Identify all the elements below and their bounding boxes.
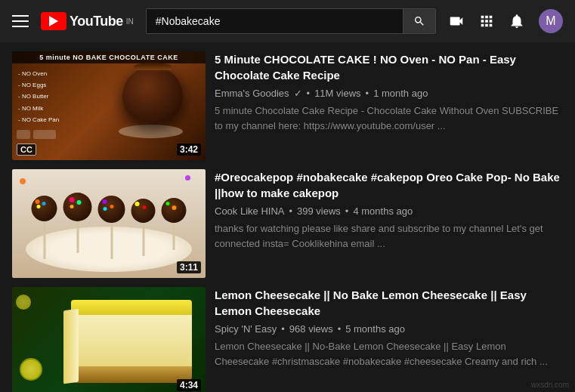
watermark: wxsdn.com <box>531 381 569 389</box>
thumb-list: - NO Oven - NO Eggs - NO Butter - NO Mil… <box>18 68 59 125</box>
upload-time: 4 months ago <box>353 205 413 217</box>
video-thumbnail: 4:34 <box>12 287 206 392</box>
header-right: M <box>448 9 563 33</box>
view-count: 399 views <box>297 205 341 217</box>
video-card[interactable]: 5 minute NO BAKE CHOCOLATE CAKE - NO Ove… <box>12 51 563 160</box>
video-card[interactable]: 3:11 #Oreocakepop #nobakecake #cakepop O… <box>12 169 563 278</box>
verified-icon: ✓ <box>294 88 302 99</box>
video-meta: Emma's Goodies ✓ • 11M views • 1 month a… <box>215 88 563 99</box>
video-thumbnail: 3:11 <box>12 169 206 278</box>
video-thumbnail: 5 minute NO BAKE CHOCOLATE CAKE - NO Ove… <box>12 51 206 160</box>
create-video-button[interactable] <box>448 13 465 29</box>
search-input[interactable] <box>146 8 403 34</box>
channel-name[interactable]: Emma's Goodies <box>215 88 289 99</box>
search-button[interactable] <box>403 8 436 34</box>
user-avatar[interactable]: M <box>539 9 563 33</box>
video-meta: Cook Like HINA • 399 views • 4 months ag… <box>215 205 563 217</box>
logo-text: YouTube <box>70 14 123 29</box>
view-count: 968 views <box>289 323 333 335</box>
upload-time: 5 months ago <box>345 323 405 335</box>
bell-icon <box>509 13 525 29</box>
notifications-button[interactable] <box>509 13 525 29</box>
apps-button[interactable] <box>478 13 495 29</box>
youtube-logo-icon <box>41 12 66 30</box>
youtube-logo[interactable]: YouTubeIN <box>41 12 134 30</box>
upload-time: 1 month ago <box>373 88 428 99</box>
channel-name[interactable]: Spicy 'N' Easy <box>215 323 277 335</box>
duration-badge: 3:42 <box>177 144 201 156</box>
duration-badge: 4:34 <box>177 379 201 391</box>
video-title: #Oreocakepop #nobakecake #cakepop Oreo C… <box>215 169 563 201</box>
video-info: #Oreocakepop #nobakecake #cakepop Oreo C… <box>215 169 563 278</box>
video-title: Lemon Cheesecake || No Bake Lemon Cheese… <box>215 287 563 319</box>
video-info: Lemon Cheesecake || No Bake Lemon Cheese… <box>215 287 563 392</box>
header-left: YouTubeIN <box>12 12 134 30</box>
create-icon <box>448 13 465 29</box>
video-description: 5 minute Chocolate Cake Recipe - Chocola… <box>215 103 563 133</box>
video-meta: Spicy 'N' Easy • 968 views • 5 months ag… <box>215 323 563 335</box>
apps-icon <box>478 13 495 29</box>
view-count: 11M views <box>314 88 360 99</box>
cc-badge: CC <box>17 144 36 156</box>
thumb-label: 5 minute NO BAKE CHOCOLATE CAKE <box>12 51 206 63</box>
video-title: 5 Minute CHOCOLATE CAKE ! NO Oven - NO P… <box>215 51 563 83</box>
channel-name[interactable]: Cook Like HINA <box>215 205 284 217</box>
menu-button[interactable] <box>12 15 29 27</box>
main-content: 5 minute NO BAKE CHOCOLATE CAKE - NO Ove… <box>0 42 575 392</box>
search-icon <box>413 15 425 27</box>
search-bar <box>146 8 436 34</box>
app-header: YouTubeIN M <box>0 0 575 42</box>
video-description: thanks for watching please like share an… <box>215 221 563 251</box>
video-card[interactable]: 4:34 Lemon Cheesecake || No Bake Lemon C… <box>12 287 563 392</box>
logo-in: IN <box>126 17 134 26</box>
video-description: Lemon Cheesecake || No-Bake Lemon Cheese… <box>215 339 563 369</box>
duration-badge: 3:11 <box>177 261 201 273</box>
video-info: 5 Minute CHOCOLATE CAKE ! NO Oven - NO P… <box>215 51 563 160</box>
